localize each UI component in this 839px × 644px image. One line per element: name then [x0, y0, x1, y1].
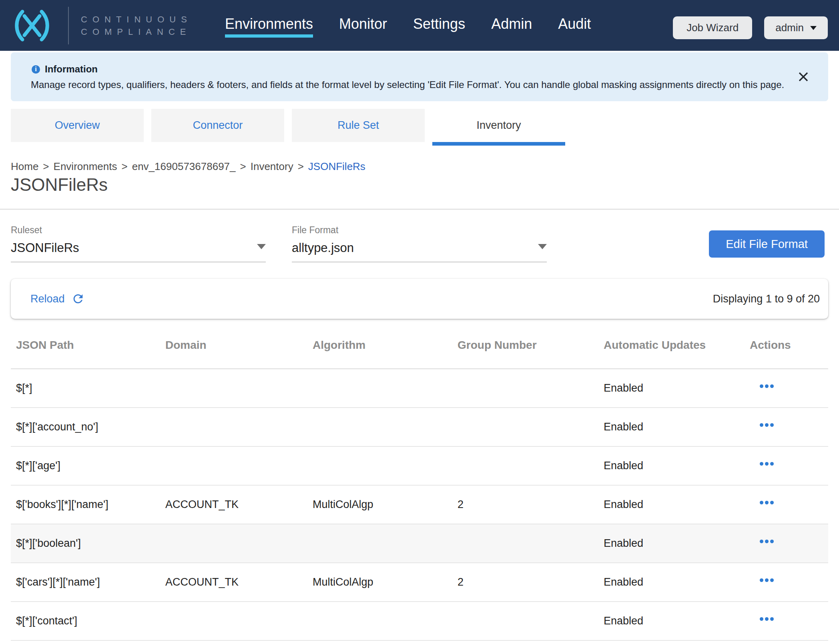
cell-algorithm: MultiColAlgp — [313, 576, 458, 588]
row-actions-menu-icon[interactable] — [750, 423, 828, 427]
cell-json-path: $[*] — [11, 382, 165, 394]
cell-group-number: 2 — [458, 498, 604, 511]
table-row: $[*]['contact'] Enabled — [11, 602, 828, 641]
breadcrumb: Home>Environments>env_1690573678697_>Inv… — [11, 160, 828, 172]
cell-automatic-updates: Enabled — [604, 382, 750, 394]
file-format-value: alltype.json — [292, 241, 354, 255]
brand-text: CONTINUOUS COMPLIANCE — [81, 13, 192, 38]
col-actions: Actions — [750, 339, 828, 352]
nav-item-environments[interactable]: Environments — [225, 17, 313, 31]
dropdown-arrow-icon — [257, 244, 266, 249]
col-json-path: JSON Path — [11, 339, 165, 352]
refresh-icon — [71, 292, 85, 306]
cell-json-path: $[*]['contact'] — [11, 615, 165, 627]
breadcrumb-separator: > — [298, 160, 304, 172]
user-label: admin — [775, 22, 804, 34]
row-actions-menu-icon[interactable] — [750, 578, 828, 582]
row-actions-menu-icon[interactable] — [750, 501, 828, 504]
table-row: $[*]['account_no'] Enabled — [11, 408, 828, 447]
edit-file-format-button[interactable]: Edit File Format — [709, 230, 825, 258]
nav-menu: Environments Monitor Settings Admin Audi… — [225, 17, 591, 31]
cell-json-path: $['books'][*]['name'] — [11, 498, 165, 511]
cell-automatic-updates: Enabled — [604, 498, 750, 511]
tab-connector[interactable]: Connector — [151, 109, 284, 142]
tab-inventory[interactable]: Inventory — [432, 109, 565, 142]
cell-json-path: $['cars'][*]['name'] — [11, 576, 165, 588]
cell-json-path: $[*]['boolean'] — [11, 537, 165, 550]
file-format-label: File Format — [292, 225, 547, 235]
brand-line2: COMPLIANCE — [81, 26, 192, 38]
col-domain: Domain — [165, 339, 313, 352]
user-menu-button[interactable]: admin — [764, 16, 828, 39]
ruleset-select[interactable]: Ruleset JSONFileRs — [11, 225, 266, 262]
nav-right: Job Wizard admin — [673, 16, 828, 39]
breadcrumb-env[interactable]: env_1690573678697_ — [132, 160, 236, 172]
row-actions-menu-icon[interactable] — [750, 540, 828, 543]
reload-button[interactable]: Reload — [30, 292, 85, 306]
cell-group-number: 2 — [458, 576, 604, 588]
cell-domain: ACCOUNT_TK — [165, 576, 313, 588]
info-banner: i Information Manage record types, quali… — [11, 52, 828, 101]
breadcrumb-current: JSONFileRs — [308, 160, 365, 172]
cell-domain: ACCOUNT_TK — [165, 498, 313, 511]
tab-overview[interactable]: Overview — [11, 109, 144, 142]
nav-item-settings[interactable]: Settings — [413, 17, 465, 31]
filters-section: Ruleset JSONFileRs File Format alltype.j… — [0, 210, 839, 262]
breadcrumb-home[interactable]: Home — [11, 160, 38, 172]
displaying-count: Displaying 1 to 9 of 20 — [713, 293, 820, 305]
cell-json-path: $[*]['account_no'] — [11, 421, 165, 433]
info-icon: i — [32, 65, 40, 74]
caret-down-icon — [810, 26, 817, 30]
col-automatic-updates: Automatic Updates — [604, 339, 750, 352]
table-row: $[*]['age'] Enabled — [11, 447, 828, 486]
top-nav: CONTINUOUS COMPLIANCE Environments Monit… — [0, 0, 839, 51]
cell-algorithm: MultiColAlgp — [313, 498, 458, 511]
table-body: $[*] Enabled $[*]['account_no'] Enabled … — [11, 369, 828, 641]
nav-item-audit[interactable]: Audit — [558, 17, 591, 31]
dropdown-arrow-icon — [538, 244, 547, 249]
job-wizard-button[interactable]: Job Wizard — [673, 16, 752, 39]
table-row: $['books'][*]['name'] ACCOUNT_TK MultiCo… — [11, 486, 828, 524]
cell-automatic-updates: Enabled — [604, 576, 750, 588]
tab-rule-set[interactable]: Rule Set — [292, 109, 425, 142]
reload-label: Reload — [30, 293, 65, 305]
tab-bar: Overview Connector Rule Set Inventory — [11, 109, 828, 142]
job-wizard-label: Job Wizard — [686, 22, 739, 34]
table-row: $['cars'][*]['name'] ACCOUNT_TK MultiCol… — [11, 563, 828, 602]
col-algorithm: Algorithm — [313, 339, 458, 352]
nav-divider — [68, 7, 69, 44]
ruleset-value: JSONFileRs — [11, 241, 79, 255]
breadcrumb-separator: > — [122, 160, 128, 172]
breadcrumb-environments[interactable]: Environments — [54, 160, 117, 172]
cell-json-path: $[*]['age'] — [11, 460, 165, 472]
cell-automatic-updates: Enabled — [604, 615, 750, 627]
ruleset-label: Ruleset — [11, 225, 266, 235]
delphix-logo-icon — [11, 9, 53, 42]
banner-message: Manage record types, qualifiers, headers… — [31, 79, 796, 90]
cell-automatic-updates: Enabled — [604, 537, 750, 550]
row-actions-menu-icon[interactable] — [750, 462, 828, 466]
table-row: $[*] Enabled — [11, 369, 828, 408]
file-format-select[interactable]: File Format alltype.json — [292, 225, 547, 262]
page-title: JSONFileRs — [11, 175, 828, 195]
inventory-table: JSON Path Domain Algorithm Group Number … — [11, 319, 828, 641]
brand-line1: CONTINUOUS — [81, 13, 192, 26]
breadcrumb-inventory[interactable]: Inventory — [251, 160, 293, 172]
reload-toolbar: Reload Displaying 1 to 9 of 20 — [11, 279, 828, 319]
close-icon[interactable] — [797, 71, 809, 83]
col-group-number: Group Number — [458, 339, 604, 352]
nav-item-admin[interactable]: Admin — [491, 17, 532, 31]
nav-item-monitor[interactable]: Monitor — [339, 17, 387, 31]
table-row: $[*]['boolean'] Enabled — [11, 524, 828, 563]
breadcrumb-separator: > — [43, 160, 49, 172]
cell-automatic-updates: Enabled — [604, 460, 750, 472]
row-actions-menu-icon[interactable] — [750, 617, 828, 621]
breadcrumb-separator: > — [240, 160, 246, 172]
cell-automatic-updates: Enabled — [604, 421, 750, 433]
table-header: JSON Path Domain Algorithm Group Number … — [11, 319, 828, 369]
banner-title: Information — [45, 64, 98, 75]
row-actions-menu-icon[interactable] — [750, 384, 828, 388]
